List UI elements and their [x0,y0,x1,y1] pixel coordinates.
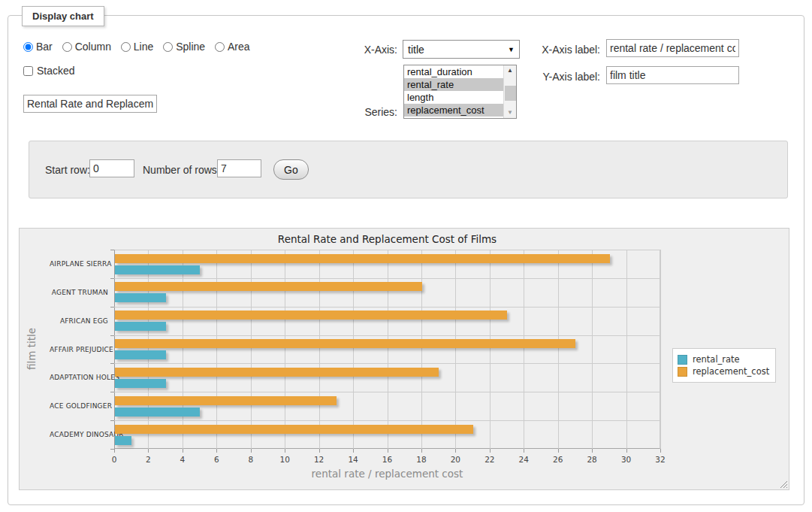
chart-type-column-radio[interactable] [62,42,72,52]
gridline [592,250,593,449]
gridline [114,278,660,279]
chart-type-area-label: Area [228,41,250,53]
x-tick-label: 4 [171,455,194,464]
gridline [626,250,627,449]
y-category-label: ADAPTATION HOLES [50,374,108,381]
chart-type-area[interactable]: Area [215,41,250,53]
chart-title-input[interactable] [23,95,157,113]
x-tick-label: 10 [273,455,296,464]
x-tick-label: 20 [444,455,466,464]
chart-type-bar-label: Bar [36,41,53,53]
gridline [490,250,491,449]
gridline [558,250,559,449]
x-tick-mark [353,449,354,453]
bar-rental_rate [115,322,166,331]
gridline [421,250,422,449]
display-chart-panel: Display chart Bar Column Line Spline Are… [8,15,804,505]
gridline [114,307,660,308]
scrollbar-thumb[interactable] [505,86,516,101]
x-tick-mark [148,449,149,453]
x-tick-label: 30 [615,455,638,464]
x-tick-mark [421,449,422,453]
gridline [148,250,149,449]
chart-title: Rental Rate and Replacement Cost of Film… [114,233,660,245]
gridline [455,250,456,449]
bar-replacement_cost [115,368,439,377]
resize-handle-icon[interactable] [779,480,787,488]
x-tick-mark [592,449,593,453]
scroll-up-icon[interactable]: ▲ [504,65,516,76]
gridline [660,250,661,449]
y-category-label: ACE GOLDFINGER [50,402,108,410]
y-category-label: AFRICAN EGG [50,317,108,325]
x-tick-label: 6 [205,455,228,464]
x-tick-label: 14 [342,455,364,464]
chevron-down-icon: ▼ [508,46,515,53]
x-tick-mark [319,449,320,453]
y-category-label: AFFAIR PREJUDICE [50,346,108,353]
gridline [216,250,217,449]
number-of-rows-input[interactable] [217,159,261,177]
bar-replacement_cost [115,311,507,320]
start-row-label: Start row: [45,164,90,176]
x-tick-mark [660,449,661,453]
x-axis-select-value: title [408,44,508,56]
gridline [353,250,354,449]
chart-type-line-radio[interactable] [121,42,131,52]
chart-type-spline[interactable]: Spline [163,41,205,53]
gridline [388,250,388,449]
x-tick-mark [524,449,524,453]
x-tick-label: 2 [137,455,159,464]
bar-rental_rate [115,265,200,274]
chart-type-spline-label: Spline [176,41,205,53]
scroll-down-icon[interactable]: ▼ [504,108,516,118]
chart-type-spline-radio[interactable] [163,42,173,52]
chart-type-bar-radio[interactable] [23,42,33,52]
chart-type-line[interactable]: Line [121,41,153,53]
chart-type-group: Bar Column Line Spline Area [23,41,257,54]
series-option[interactable]: replacement_cost [404,104,503,117]
series-listbox[interactable]: rental_durationrental_ratelengthreplacem… [403,65,517,119]
x-axis-label-field-label: X-Axis label: [536,44,600,56]
bar-rental_rate [115,407,200,417]
legend-label: replacement_cost [693,366,769,377]
bar-replacement_cost [115,282,422,291]
legend-swatch [678,355,687,365]
stacked-checkbox[interactable] [23,66,33,76]
number-of-rows-label: Number of rows: [143,164,220,176]
bar-replacement_cost [115,425,473,434]
chart-type-bar[interactable]: Bar [23,41,53,53]
chart-type-area-radio[interactable] [215,42,225,52]
go-button[interactable]: Go [273,159,309,180]
x-tick-label: 12 [308,455,331,464]
x-axis-label-input[interactable] [606,39,739,57]
x-axis-select[interactable]: title ▼ [403,40,520,59]
y-axis-label-input[interactable] [606,66,739,84]
x-tick-label: 22 [478,455,501,464]
x-tick-mark [183,449,183,453]
rows-panel: Start row: Number of rows: Go [29,141,788,198]
series-option[interactable]: length [404,91,503,104]
start-row-input[interactable] [89,159,134,177]
stacked-label: Stacked [37,65,75,77]
series-option[interactable]: rental_duration [404,65,503,78]
x-axis-label: X-Axis: [337,44,397,56]
x-tick-label: 24 [512,455,535,464]
y-axis-label-field-label: Y-Axis label: [536,71,600,83]
bar-rental_rate [115,293,166,302]
x-tick-mark [626,449,627,453]
series-option[interactable]: rental_rate [404,78,503,91]
x-tick-label: 28 [581,455,603,464]
bar-replacement_cost [115,254,610,263]
listbox-scrollbar[interactable]: ▲ ▼ [503,65,516,118]
chart-type-column[interactable]: Column [62,41,111,53]
x-tick-mark [251,449,252,453]
x-tick-label: 8 [240,455,262,464]
gridline [114,420,660,421]
legend-item: rental_rate [678,354,769,365]
stacked-option[interactable]: Stacked [23,65,75,77]
x-tick-label: 18 [410,455,433,464]
gridline [114,392,660,392]
gridline [524,250,524,449]
gridline [114,363,660,364]
